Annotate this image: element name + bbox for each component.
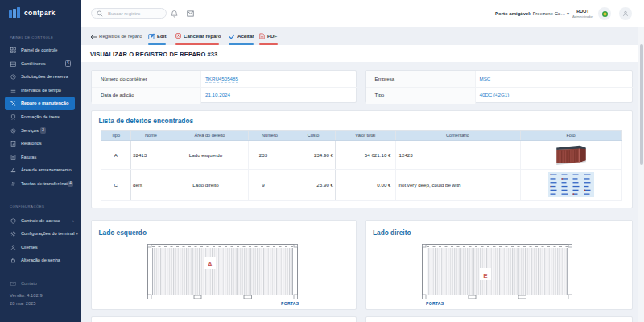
svg-text:A: A bbox=[208, 260, 213, 267]
svg-text:E: E bbox=[483, 271, 488, 279]
